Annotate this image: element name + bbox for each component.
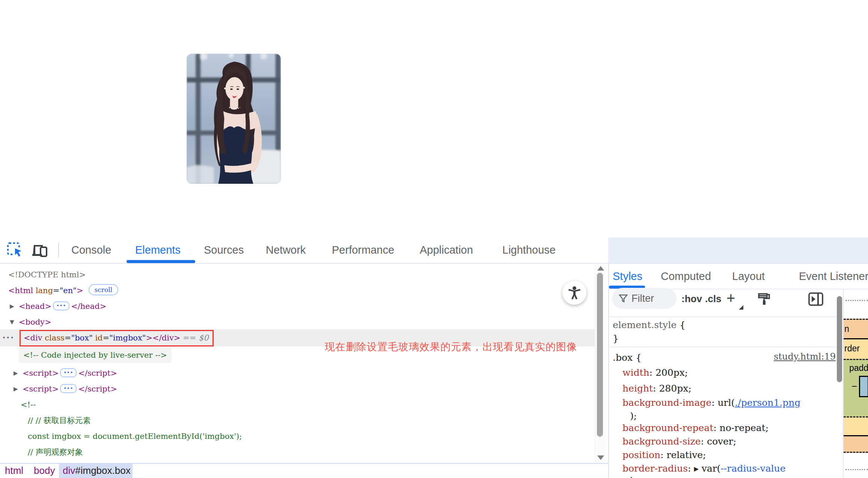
styles-scrollbar-thumb[interactable] <box>837 296 842 382</box>
accessibility-fab[interactable] <box>562 281 586 305</box>
breadcrumb-item-2[interactable]: div#imgbox.box <box>63 463 131 478</box>
boxmodel-content[interactable] <box>859 376 868 397</box>
css-line-4[interactable]: height: 280px; <box>622 382 692 395</box>
stylesheet-source-link[interactable]: study.html:19 <box>762 351 836 362</box>
dom-row-content: <head>•••</head> <box>19 302 106 311</box>
dom-row-script-1[interactable]: ▶<script>•••</script> <box>0 365 595 381</box>
expand-arrow-icon[interactable]: ▶ <box>10 298 14 314</box>
class-toggle[interactable]: .cls <box>705 289 721 308</box>
css-line-9[interactable]: position: relative; <box>622 449 706 461</box>
tab-application[interactable]: Application <box>420 237 473 263</box>
tab-performance[interactable]: Performance <box>332 237 394 263</box>
tutorial-annotation: 现在删除设置毛玻璃效果的元素，出现看见真实的图像 <box>325 340 577 354</box>
css-line-11[interactable]: ); <box>630 474 637 478</box>
boxmodel-border-label: rder <box>844 343 860 354</box>
dom-row-comment-open[interactable]: <!-- <box>0 397 595 413</box>
new-style-rule-button[interactable]: + <box>726 289 735 308</box>
scroll-down-arrow[interactable] <box>597 455 604 460</box>
collapsed-content-icon[interactable]: ••• <box>60 368 77 377</box>
tab-lighthouse[interactable]: Lighthouse <box>502 237 556 263</box>
code-token: // 声明观察对象 <box>28 448 83 457</box>
code-token: --radius-value <box>720 463 785 474</box>
code-token: element.style <box>613 319 677 330</box>
elements-scrollbar[interactable] <box>595 264 606 462</box>
css-line-5[interactable]: background-image: url(./person1.png <box>622 396 800 409</box>
code-token: <script> <box>23 384 59 393</box>
row-menu-dots-icon[interactable]: ••• <box>2 329 15 346</box>
code-token: border-radius <box>622 463 688 474</box>
styles-tab-layout[interactable]: Layout <box>732 263 765 289</box>
tab-console[interactable]: Console <box>71 237 111 263</box>
code-token: : 280px; <box>653 383 692 394</box>
tab-sources[interactable]: Sources <box>204 237 244 263</box>
styles-tab-computed[interactable]: Computed <box>661 263 711 289</box>
dom-row-script-2[interactable]: ▶<script>•••</script> <box>0 381 595 397</box>
inspect-icon[interactable] <box>7 242 23 258</box>
breadcrumb-item-1[interactable]: body <box>34 463 55 478</box>
code-token: div <box>63 465 75 476</box>
panel-separator[interactable] <box>608 263 609 478</box>
css-line-8[interactable]: background-size: cover; <box>622 435 736 448</box>
code-token: { <box>677 319 686 330</box>
tab-network[interactable]: Network <box>266 237 306 263</box>
code-token: lang <box>33 286 53 295</box>
tab-elements[interactable]: Elements <box>135 237 181 263</box>
collapsed-content-icon[interactable]: ••• <box>60 384 77 393</box>
rendering-emulation-icon[interactable] <box>756 292 772 307</box>
dom-row-comment-code[interactable]: const imgbox = document.getElementById('… <box>0 428 595 444</box>
code-token: : no-repeat; <box>713 422 769 433</box>
collapsed-content-icon[interactable]: ••• <box>53 301 69 310</box>
code-token: "box" <box>71 333 92 342</box>
css-line-3[interactable]: width: 200px; <box>622 366 688 379</box>
toolbar-right-area <box>608 237 868 263</box>
styles-filter[interactable]: Filter <box>612 288 677 309</box>
css-line-1[interactable]: } <box>613 332 619 345</box>
dom-row-content: const imgbox = document.getElementById('… <box>28 432 242 441</box>
css-line-2[interactable]: .box { <box>613 351 642 364</box>
expand-arrow-icon[interactable]: ▶ <box>14 365 18 381</box>
scroll-badge[interactable]: scroll <box>89 284 118 295</box>
dom-row-doctype[interactable]: <!DOCTYPE html> <box>0 267 595 283</box>
code-token: : <box>688 463 694 474</box>
code-token: > <box>77 286 83 295</box>
show-sidebar-icon[interactable] <box>808 292 824 307</box>
code-token: body <box>34 465 55 476</box>
expand-arrow-icon[interactable]: ▼ <box>10 314 14 330</box>
code-token: ./person1.png <box>735 397 800 408</box>
dom-row-html-open[interactable]: <html lang="en">scroll <box>0 283 595 298</box>
code-token: $0 <box>199 333 209 342</box>
device-toolbar-icon[interactable] <box>32 242 48 258</box>
code-token: height <box>622 383 653 394</box>
boxmodel-border-bottom[interactable] <box>844 416 868 435</box>
css-line-7[interactable]: background-repeat: no-repeat; <box>622 422 769 434</box>
css-line-0[interactable]: element.style { <box>613 319 686 331</box>
dom-row-comment-cjk-2[interactable]: // 声明观察对象 <box>0 444 595 460</box>
code-token: var( <box>699 463 721 474</box>
dom-row-content: <!-- <box>21 400 36 409</box>
code-token: </script> <box>78 384 117 393</box>
dom-row-content: <script>•••</script> <box>23 369 117 378</box>
boxmodel-ruler-top <box>845 300 868 301</box>
hovered-row-bg: <!-- Code injected by live-server --> <box>19 347 172 363</box>
expand-arrow-icon[interactable]: ▶ <box>14 381 18 397</box>
code-token: class <box>42 333 65 342</box>
code-token: } <box>613 333 619 344</box>
dom-row-content: <html lang="en">scroll <box>8 286 118 295</box>
boxmodel-margin-bottom[interactable] <box>844 435 868 453</box>
code-token: <html <box>8 286 33 295</box>
dom-row-body[interactable]: ▼<body> <box>0 314 595 330</box>
code-token: <!-- <box>21 400 36 409</box>
styles-tab-event-listeners[interactable]: Event Listeners <box>799 263 868 289</box>
style-section-divider <box>608 346 843 347</box>
elements-scrollbar-thumb[interactable] <box>597 273 603 437</box>
boxmodel-ruler-bottom <box>845 469 868 470</box>
css-line-6[interactable]: ); <box>630 410 637 422</box>
filter-funnel-icon <box>619 294 628 303</box>
boxmodel-content-minus: − <box>851 381 857 392</box>
scroll-up-arrow[interactable] <box>597 266 604 271</box>
css-line-10[interactable]: border-radius: ▶ var(--radius-value <box>622 462 785 475</box>
dom-row-comment-cjk-1[interactable]: // // 获取目标元素 <box>0 413 595 428</box>
breadcrumb-item-0[interactable]: html <box>5 463 23 478</box>
pseudo-state-toggle[interactable]: :hov <box>681 289 702 308</box>
dom-row-head[interactable]: ▶<head>•••</head> <box>0 298 595 314</box>
